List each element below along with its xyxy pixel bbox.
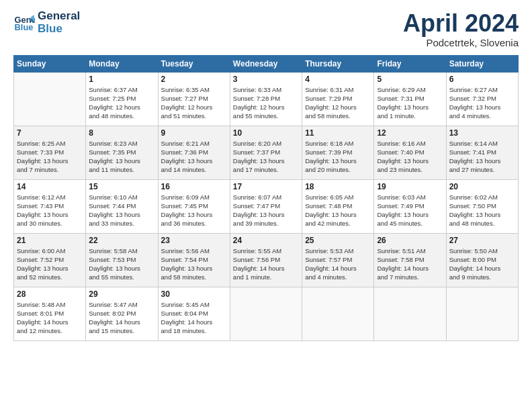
page-header: General Blue General Blue April 2024 Pod… <box>13 10 519 48</box>
day-number: 9 <box>161 128 227 138</box>
calendar-cell: 1Sunrise: 6:37 AM Sunset: 7:25 PM Daylig… <box>86 72 158 126</box>
day-number: 17 <box>233 182 299 191</box>
day-number: 27 <box>449 236 515 245</box>
svg-text:Blue: Blue <box>15 22 34 32</box>
day-number: 23 <box>161 236 227 245</box>
day-number: 2 <box>161 75 227 84</box>
day-info: Sunrise: 6:16 AM Sunset: 7:40 PM Dayligh… <box>377 139 443 175</box>
day-number: 10 <box>233 128 299 138</box>
day-info: Sunrise: 6:00 AM Sunset: 7:52 PM Dayligh… <box>17 246 83 282</box>
day-info: Sunrise: 6:33 AM Sunset: 7:28 PM Dayligh… <box>233 85 299 121</box>
calendar-week-3: 14Sunrise: 6:12 AM Sunset: 7:43 PM Dayli… <box>14 179 519 233</box>
logo: General Blue General Blue <box>13 10 80 35</box>
day-info: Sunrise: 5:48 AM Sunset: 8:01 PM Dayligh… <box>17 300 83 336</box>
day-info: Sunrise: 6:02 AM Sunset: 7:50 PM Dayligh… <box>449 193 515 228</box>
day-info: Sunrise: 5:45 AM Sunset: 8:04 PM Dayligh… <box>161 300 227 336</box>
day-number: 1 <box>89 75 154 84</box>
calendar-header-row: SundayMondayTuesdayWednesdayThursdayFrid… <box>14 55 519 72</box>
day-number: 21 <box>17 236 83 245</box>
calendar-week-2: 7Sunrise: 6:25 AM Sunset: 7:33 PM Daylig… <box>14 126 519 179</box>
weekday-header-monday: Monday <box>86 55 158 72</box>
calendar-cell: 17Sunrise: 6:07 AM Sunset: 7:47 PM Dayli… <box>230 179 302 233</box>
calendar-cell: 16Sunrise: 6:09 AM Sunset: 7:45 PM Dayli… <box>158 179 230 233</box>
day-info: Sunrise: 6:27 AM Sunset: 7:32 PM Dayligh… <box>449 85 515 121</box>
calendar-cell: 18Sunrise: 6:05 AM Sunset: 7:48 PM Dayli… <box>302 179 374 233</box>
calendar-week-5: 28Sunrise: 5:48 AM Sunset: 8:01 PM Dayli… <box>14 287 519 340</box>
calendar-table: SundayMondayTuesdayWednesdayThursdayFrid… <box>13 55 519 341</box>
calendar-cell: 4Sunrise: 6:31 AM Sunset: 7:29 PM Daylig… <box>302 72 374 126</box>
weekday-header-saturday: Saturday <box>446 55 518 72</box>
day-number: 6 <box>449 75 515 84</box>
calendar-cell: 12Sunrise: 6:16 AM Sunset: 7:40 PM Dayli… <box>374 126 446 179</box>
day-number: 7 <box>17 128 83 138</box>
day-number: 8 <box>89 128 154 138</box>
month-title: April 2024 <box>403 10 519 37</box>
title-block: April 2024 Podcetrtek, Slovenia <box>403 10 519 48</box>
calendar-cell: 10Sunrise: 6:20 AM Sunset: 7:37 PM Dayli… <box>230 126 302 179</box>
day-info: Sunrise: 6:14 AM Sunset: 7:41 PM Dayligh… <box>449 139 515 175</box>
calendar-cell: 29Sunrise: 5:47 AM Sunset: 8:02 PM Dayli… <box>86 287 158 340</box>
weekday-header-tuesday: Tuesday <box>158 55 230 72</box>
calendar-cell: 14Sunrise: 6:12 AM Sunset: 7:43 PM Dayli… <box>14 179 86 233</box>
day-info: Sunrise: 6:31 AM Sunset: 7:29 PM Dayligh… <box>305 85 371 121</box>
calendar-cell: 8Sunrise: 6:23 AM Sunset: 7:35 PM Daylig… <box>86 126 158 179</box>
calendar-cell: 6Sunrise: 6:27 AM Sunset: 7:32 PM Daylig… <box>446 72 518 126</box>
day-info: Sunrise: 5:58 AM Sunset: 7:53 PM Dayligh… <box>89 246 154 282</box>
day-info: Sunrise: 6:10 AM Sunset: 7:44 PM Dayligh… <box>89 193 154 228</box>
day-info: Sunrise: 6:12 AM Sunset: 7:43 PM Dayligh… <box>17 193 83 228</box>
day-info: Sunrise: 6:37 AM Sunset: 7:25 PM Dayligh… <box>89 85 154 121</box>
logo-general: General <box>38 10 80 23</box>
calendar-cell <box>374 287 446 340</box>
day-number: 11 <box>305 128 371 138</box>
day-info: Sunrise: 5:53 AM Sunset: 7:57 PM Dayligh… <box>305 246 371 282</box>
calendar-cell: 23Sunrise: 5:56 AM Sunset: 7:54 PM Dayli… <box>158 233 230 287</box>
day-number: 15 <box>89 182 154 191</box>
calendar-cell: 22Sunrise: 5:58 AM Sunset: 7:53 PM Dayli… <box>86 233 158 287</box>
day-number: 5 <box>377 75 443 84</box>
day-info: Sunrise: 6:29 AM Sunset: 7:31 PM Dayligh… <box>377 85 443 121</box>
calendar-week-4: 21Sunrise: 6:00 AM Sunset: 7:52 PM Dayli… <box>14 233 519 287</box>
day-info: Sunrise: 5:50 AM Sunset: 8:00 PM Dayligh… <box>449 246 515 282</box>
calendar-cell: 28Sunrise: 5:48 AM Sunset: 8:01 PM Dayli… <box>14 287 86 340</box>
calendar-cell: 3Sunrise: 6:33 AM Sunset: 7:28 PM Daylig… <box>230 72 302 126</box>
day-info: Sunrise: 5:51 AM Sunset: 7:58 PM Dayligh… <box>377 246 443 282</box>
day-number: 29 <box>89 289 154 299</box>
calendar-cell: 20Sunrise: 6:02 AM Sunset: 7:50 PM Dayli… <box>446 179 518 233</box>
day-info: Sunrise: 5:55 AM Sunset: 7:56 PM Dayligh… <box>233 246 299 282</box>
calendar-cell: 13Sunrise: 6:14 AM Sunset: 7:41 PM Dayli… <box>446 126 518 179</box>
day-number: 25 <box>305 236 371 245</box>
calendar-cell: 21Sunrise: 6:00 AM Sunset: 7:52 PM Dayli… <box>14 233 86 287</box>
calendar-cell: 2Sunrise: 6:35 AM Sunset: 7:27 PM Daylig… <box>158 72 230 126</box>
day-number: 18 <box>305 182 371 191</box>
calendar-cell: 11Sunrise: 6:18 AM Sunset: 7:39 PM Dayli… <box>302 126 374 179</box>
day-number: 3 <box>233 75 299 84</box>
calendar-cell: 19Sunrise: 6:03 AM Sunset: 7:49 PM Dayli… <box>374 179 446 233</box>
day-info: Sunrise: 6:18 AM Sunset: 7:39 PM Dayligh… <box>305 139 371 175</box>
calendar-cell <box>302 287 374 340</box>
day-number: 13 <box>449 128 515 138</box>
calendar-cell <box>230 287 302 340</box>
day-number: 16 <box>161 182 227 191</box>
day-number: 26 <box>377 236 443 245</box>
day-info: Sunrise: 5:56 AM Sunset: 7:54 PM Dayligh… <box>161 246 227 282</box>
day-info: Sunrise: 6:35 AM Sunset: 7:27 PM Dayligh… <box>161 85 227 121</box>
calendar-cell <box>446 287 518 340</box>
calendar-cell: 27Sunrise: 5:50 AM Sunset: 8:00 PM Dayli… <box>446 233 518 287</box>
calendar-week-1: 1Sunrise: 6:37 AM Sunset: 7:25 PM Daylig… <box>14 72 519 126</box>
day-info: Sunrise: 6:21 AM Sunset: 7:36 PM Dayligh… <box>161 139 227 175</box>
calendar-cell: 9Sunrise: 6:21 AM Sunset: 7:36 PM Daylig… <box>158 126 230 179</box>
logo-icon: General Blue <box>13 12 35 34</box>
calendar-cell: 30Sunrise: 5:45 AM Sunset: 8:04 PM Dayli… <box>158 287 230 340</box>
weekday-header-thursday: Thursday <box>302 55 374 72</box>
calendar-cell <box>14 72 86 126</box>
calendar-cell: 7Sunrise: 6:25 AM Sunset: 7:33 PM Daylig… <box>14 126 86 179</box>
day-number: 24 <box>233 236 299 245</box>
day-number: 4 <box>305 75 371 84</box>
logo-blue: Blue <box>38 23 80 36</box>
day-number: 14 <box>17 182 83 191</box>
weekday-header-sunday: Sunday <box>14 55 86 72</box>
day-number: 19 <box>377 182 443 191</box>
day-info: Sunrise: 6:20 AM Sunset: 7:37 PM Dayligh… <box>233 139 299 175</box>
calendar-cell: 26Sunrise: 5:51 AM Sunset: 7:58 PM Dayli… <box>374 233 446 287</box>
day-info: Sunrise: 6:07 AM Sunset: 7:47 PM Dayligh… <box>233 193 299 228</box>
